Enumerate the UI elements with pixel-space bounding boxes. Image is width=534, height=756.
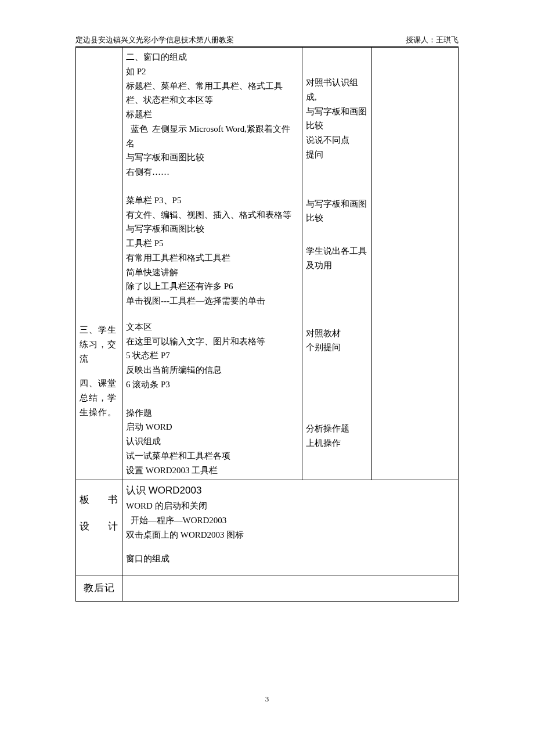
label-char: 板 [80,492,90,508]
label-line-1: 板 书 [80,492,118,508]
student-activity-cell: 对照书认识组成, 与写字板和画图比较 说说不同点 提问 与写字板和画图比较 学生… [302,48,372,480]
text-line: WORD 的启动和关闭 [126,499,454,513]
post-notes-row: 教后记 [76,575,459,602]
text-line: 二、窗口的组成 [126,50,298,64]
text-line: 6 滚动条 P3 [126,377,298,392]
block-text-area: 文本区 在这里可以输入文字、图片和表格等 5 状态栏 P7 反映出当前所编辑的信… [126,320,298,392]
content-row: 三、学生练习，交流 四、课堂总结，学生操作。 二、窗口的组成 如 P2 标题栏、… [76,48,459,480]
text-line: 学生说出各工具及功用 [306,244,368,273]
text-line: 5 状态栏 P7 [126,348,298,363]
text-line: 右侧有…… [126,165,298,179]
text-line: 简单快速讲解 [126,265,298,280]
header-right: 授课人：王琪飞 [406,35,459,45]
stage-4-label: 四、课堂总结，学生操作。 [80,376,118,419]
post-notes-content-cell [122,575,459,602]
text-line: 在这里可以输入文字、图片和表格等 [126,334,298,349]
text-line: 对照教材 [306,326,368,341]
text-line: 试一试菜单栏和工具栏各项 [126,449,298,463]
remark-cell [372,48,459,480]
page-header: 定边县安边镇兴义光彩小学信息技术第八册教案 授课人：王琪飞 [75,35,459,47]
stage-3-label: 三、学生练习，交流 [80,323,118,366]
text-line: 如 P2 [126,64,298,79]
post-notes-label: 教后记 [84,582,115,593]
text-line: 分析操作题 [306,422,368,436]
board-design-content-cell: 认识 WORD2003 WORD 的启动和关闭 开始—程序—WORD2003 双… [122,480,459,575]
text-line: 个别提问 [306,340,368,355]
block-exercise: 操作题 启动 WORD 认识组成 试一试菜单栏和工具栏各项 设置 WORD200… [126,406,298,478]
text-line: 与写字板和画图比较 [126,150,298,165]
page-number: 3 [75,694,459,704]
text-line: 与写字板和画图比较 [306,197,368,226]
label-char: 计 [108,519,118,535]
text-line: 认识组成 [126,434,298,449]
text-line: 与写字板和画图比较 [306,105,368,134]
text-line: 蓝色 左侧显示 Microsoft Word,紧跟着文件名 [126,122,298,151]
teacher-activity-cell: 二、窗口的组成 如 P2 标题栏、菜单栏、常用工具栏、格式工具栏、状态栏和文本区… [122,48,302,480]
text-line: 文本区 [126,320,298,334]
label-char: 书 [108,492,118,508]
text-line: 工具栏 P5 [126,236,298,251]
student-block-2: 与写字板和画图比较 学生说出各工具及功用 [306,197,368,273]
text-line: 双击桌面上的 WORD2003 图标 [126,528,454,542]
text-line: 标题栏 [126,107,298,122]
stage-cell: 三、学生练习，交流 四、课堂总结，学生操作。 [76,48,122,480]
text-line: 与写字板和画图比较 [126,222,298,236]
board-design-label-cell: 板 书 设 计 [76,480,122,575]
text-line: 操作题 [126,406,298,420]
text-line: 有常用工具栏和格式工具栏 [126,251,298,265]
text-line: 菜单栏 P3、P5 [126,193,298,208]
text-line: 设置 WORD2003 工具栏 [126,463,298,478]
label-char: 设 [80,519,90,535]
text-line: 标题栏、菜单栏、常用工具栏、格式工具栏、状态栏和文本区等 [126,79,298,108]
label-line-2: 设 计 [80,519,118,535]
text-line: 有文件、编辑、视图、插入、格式和表格等 [126,208,298,222]
text-line: 单击视图---工具栏—选择需要的单击 [126,294,298,308]
text-line: 说说不同点 [306,133,368,147]
text-line: 启动 WORD [126,420,298,434]
text-line: 除了以上工具栏还有许多 P6 [126,279,298,294]
block-window-composition: 二、窗口的组成 如 P2 标题栏、菜单栏、常用工具栏、格式工具栏、状态栏和文本区… [126,50,298,179]
text-line: 提问 [306,147,368,162]
block-menu-toolbar: 菜单栏 P3、P5 有文件、编辑、视图、插入、格式和表格等 与写字板和画图比较 … [126,193,298,308]
text-line: 上机操作 [306,436,368,451]
student-block-3: 对照教材 个别提问 [306,326,368,355]
text-line: 反映出当前所编辑的信息 [126,363,298,377]
post-notes-label-cell: 教后记 [76,575,122,602]
student-block-4: 分析操作题 上机操作 [306,422,368,451]
lesson-plan-table: 三、学生练习，交流 四、课堂总结，学生操作。 二、窗口的组成 如 P2 标题栏、… [75,47,459,602]
header-left: 定边县安边镇兴义光彩小学信息技术第八册教案 [75,35,234,45]
text-line: 对照书认识组成, [306,75,368,105]
board-design-row: 板 书 设 计 认识 WORD2003 WORD 的启动和关闭 开始—程序—WO… [76,480,459,575]
text-line: 窗口的组成 [126,552,454,566]
board-title: 认识 WORD2003 [126,483,454,499]
student-block-1: 对照书认识组成, 与写字板和画图比较 说说不同点 提问 [306,75,368,162]
document-page: 定边县安边镇兴义光彩小学信息技术第八册教案 授课人：王琪飞 三、学生练习，交流 … [0,0,534,727]
text-line: 开始—程序—WORD2003 [126,513,454,528]
